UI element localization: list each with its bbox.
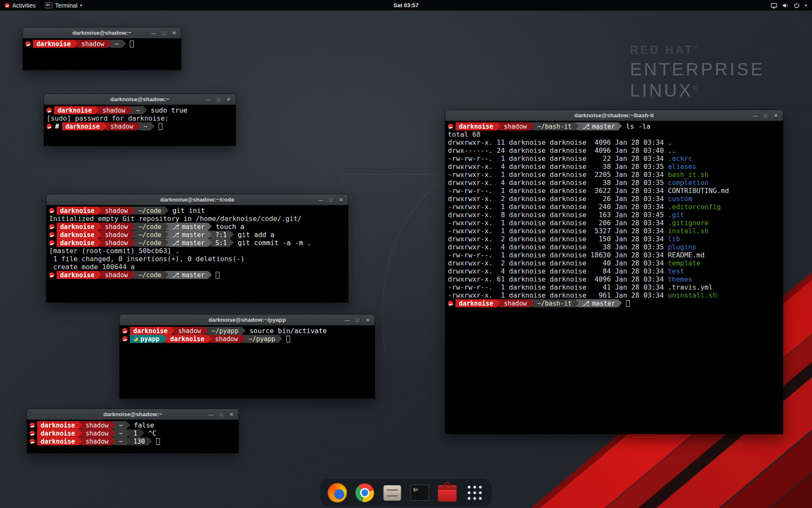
- close-button[interactable]: ✕: [364, 316, 372, 324]
- titlebar[interactable]: darknoise@shadow:~ — □ ✕: [27, 409, 239, 420]
- terminal-window-home-bottom[interactable]: darknoise@shadow:~ — □ ✕ darknoise shado…: [27, 409, 239, 453]
- redhat-icon: [30, 431, 35, 436]
- prompt-line: darknoise shadow ~/bash-it ⎇ master ls -…: [448, 122, 780, 130]
- terminal-content[interactable]: darknoise shadow ~: [23, 39, 181, 49]
- close-button[interactable]: ✕: [225, 95, 233, 103]
- powerline-separator: [230, 231, 234, 238]
- files-icon[interactable]: [382, 483, 403, 503]
- powerline-separator: [208, 231, 212, 238]
- maximize-button[interactable]: □: [327, 196, 335, 204]
- titlebar[interactable]: darknoise@shadow:~ — □ ✕: [44, 94, 236, 105]
- titlebar[interactable]: darknoise@shadow:~/bash-it — □ ✕: [445, 110, 783, 121]
- command-text: git commit -a -m .: [234, 239, 311, 247]
- ls-filename: .gitignore: [668, 219, 708, 227]
- app-grid-icon[interactable]: [465, 483, 485, 503]
- prompt-line: darknoise shadow ~ 1 ^C: [30, 429, 236, 437]
- clock[interactable]: Sat 03:57: [393, 2, 418, 8]
- prompt-host-segment: shadow: [500, 122, 530, 130]
- ls-meta: -rw-rw-r--. 1 darknoise darknoise 18630 …: [448, 251, 668, 259]
- prompt-user-segment: darknoise: [57, 239, 98, 247]
- minimize-button[interactable]: —: [343, 316, 351, 324]
- prompt-line: darknoise shadow ~/pyapp source bin/acti…: [122, 327, 372, 335]
- ls-row: drwxrwxr-x. 2 darknoise darknoise 150 Ja…: [448, 235, 780, 243]
- git-branch-icon: ⎇: [172, 223, 179, 231]
- git-branch-name: master: [592, 300, 615, 307]
- minimize-button[interactable]: —: [204, 95, 212, 103]
- maximize-button[interactable]: □: [354, 316, 362, 324]
- registered-mark: ®: [693, 85, 697, 91]
- terminal-window-pyapp[interactable]: darknoise@shadow:~/pyapp — □ ✕ darknoise…: [120, 315, 375, 398]
- chrome-icon[interactable]: [355, 483, 375, 503]
- prompt-user-segment: darknoise: [33, 40, 74, 48]
- redhat-icon: [122, 328, 128, 334]
- prompt-line: darknoise shadow ~: [25, 40, 178, 48]
- powerline-separator: [165, 207, 169, 214]
- maximize-button[interactable]: □: [214, 95, 222, 103]
- activities-button[interactable]: Activities: [0, 0, 40, 11]
- ls-row: -rwxrwxr-x. 1 darknoise darknoise 240 Ja…: [448, 203, 780, 211]
- powerline-separator: [497, 122, 500, 130]
- close-button[interactable]: ✕: [337, 196, 345, 204]
- terminal-content[interactable]: darknoise shadow ~/pyapp source bin/acti…: [120, 326, 375, 344]
- terminal-window-sudo[interactable]: darknoise@shadow:~ — □ ✕ darknoise shado…: [44, 94, 236, 146]
- prompt-line: darknoise shadow ~/bash-it ⎇ master: [448, 299, 780, 307]
- terminal-cursor: [216, 272, 219, 279]
- maximize-button[interactable]: □: [217, 410, 225, 418]
- git-branch-icon: ⎇: [172, 239, 179, 247]
- terminal-content[interactable]: darknoise shadow ~ false darknoise shado…: [27, 420, 239, 447]
- powerline-separator: [279, 335, 283, 342]
- titlebar[interactable]: darknoise@shadow:~ — □ ✕: [23, 28, 181, 39]
- python-icon: [133, 337, 138, 341]
- ls-row: drwxrwxr-x. 61 darknoise darknoise 4096 …: [448, 275, 780, 283]
- app-menu-label: Terminal: [55, 2, 77, 9]
- git-branch-name: master: [182, 271, 205, 279]
- redhat-icon: [49, 272, 55, 278]
- prompt-path-segment: ~: [115, 437, 126, 445]
- powerline-separator: [126, 437, 130, 445]
- power-icon[interactable]: [793, 2, 800, 9]
- prompt-path-segment: ~/bash-it: [534, 299, 575, 307]
- app-menu-terminal[interactable]: $> Terminal ▾: [40, 0, 87, 11]
- firefox-icon[interactable]: [327, 483, 348, 503]
- prompt-host-segment: shadow: [78, 40, 107, 48]
- maximize-button[interactable]: □: [762, 111, 770, 119]
- prompt-path-segment: ~/code: [135, 239, 165, 247]
- redhat-icon: [448, 301, 453, 306]
- minimize-button[interactable]: —: [752, 111, 760, 119]
- terminal-cursor: [626, 300, 630, 307]
- powerline-separator: [618, 299, 622, 307]
- close-button[interactable]: ✕: [170, 29, 178, 37]
- dock: $>: [321, 479, 492, 507]
- prompt-host-segment: shadow: [107, 122, 137, 130]
- git-branch-icon: ⎇: [582, 123, 590, 130]
- terminal-content[interactable]: darknoise shadow ~/bash-it ⎇ master ls -…: [445, 121, 783, 309]
- terminal-window-bashit[interactable]: darknoise@shadow:~/bash-it — □ ✕ darknoi…: [445, 110, 783, 434]
- system-status-area[interactable]: ▾: [765, 0, 812, 11]
- titlebar[interactable]: darknoise@shadow:~/code — □ ✕: [47, 194, 348, 205]
- prompt-path-segment: ~/pyapp: [245, 335, 279, 343]
- minimize-button[interactable]: —: [150, 29, 158, 37]
- terminal-content[interactable]: darknoise shadow ~/code git init Initial…: [47, 205, 348, 280]
- maximize-button[interactable]: □: [160, 29, 168, 37]
- close-button[interactable]: ✕: [228, 410, 236, 418]
- redhat-icon: [30, 422, 35, 428]
- terminal-content[interactable]: darknoise shadow ~ sudo true [sudo] pass…: [44, 105, 236, 132]
- powerline-separator: [98, 207, 102, 214]
- terminal-window-home-top[interactable]: darknoise@shadow:~ — □ ✕ darknoise shado…: [23, 28, 181, 70]
- display-icon[interactable]: [771, 2, 777, 9]
- minimize-button[interactable]: —: [207, 410, 215, 418]
- prompt-path-segment: ~/pyapp: [208, 327, 241, 335]
- close-button[interactable]: ✕: [772, 111, 780, 119]
- minimize-button[interactable]: —: [317, 196, 325, 204]
- ls-meta: -rw-rw-r--. 1 darknoise darknoise 22 Jan…: [448, 155, 668, 163]
- titlebar[interactable]: darknoise@shadow:~/pyapp — □ ✕: [120, 315, 375, 326]
- ls-filename: plugins: [668, 243, 696, 251]
- volume-icon[interactable]: [782, 2, 789, 9]
- ls-meta: drwxrwxr-x. 8 darknoise darknoise 163 Ja…: [448, 211, 668, 219]
- prompt-path-segment: ~/code: [135, 223, 165, 231]
- terminal-icon[interactable]: $>: [410, 483, 430, 503]
- prompt-git-segment: ⎇ master: [169, 231, 208, 239]
- terminal-window-code[interactable]: darknoise@shadow:~/code — □ ✕ darknoise …: [47, 194, 348, 302]
- toolbox-icon[interactable]: [437, 483, 458, 503]
- ls-row: -rwxrwxr-x. 1 darknoise darknoise 206 Ja…: [448, 219, 780, 227]
